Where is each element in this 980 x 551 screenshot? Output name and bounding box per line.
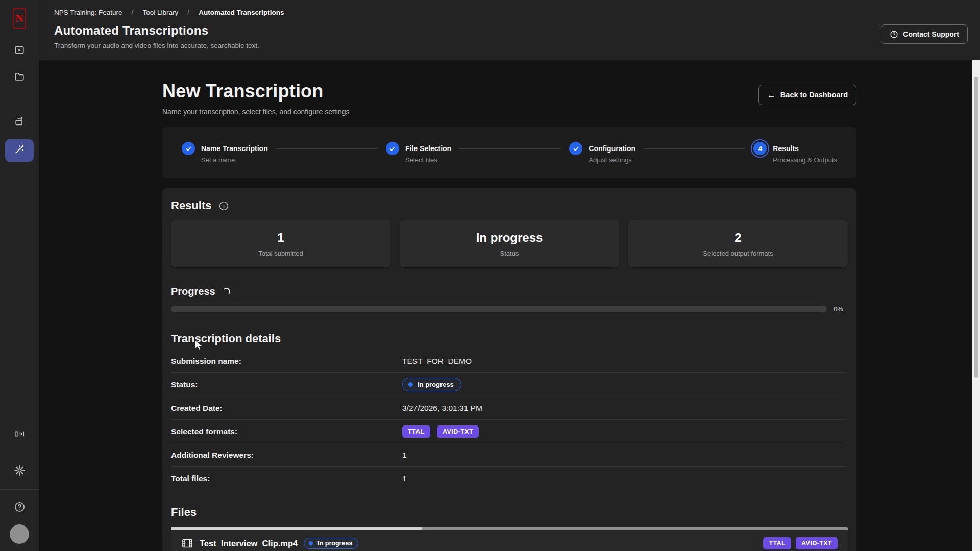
detail-row-total-files: Total files: 1: [171, 467, 848, 490]
back-to-dashboard-button[interactable]: ← Back to Dashboard: [758, 85, 856, 105]
sidebar-item-video[interactable]: [8, 41, 31, 61]
film-icon: [181, 537, 193, 549]
contact-support-button[interactable]: Contact Support: [881, 24, 968, 44]
page-scrollbar[interactable]: [972, 60, 980, 551]
status-badge: In progress: [402, 378, 461, 391]
detail-row-created-date: Created Date: 3/27/2026, 3:01:31 PM: [171, 396, 848, 420]
detail-label: Status:: [171, 380, 402, 389]
detail-label: Submission name:: [171, 357, 402, 366]
results-heading: Results: [171, 199, 211, 212]
sidebar-item-library[interactable]: [8, 68, 31, 87]
sidebar-divider: [0, 489, 39, 490]
status-dot-icon: [309, 541, 313, 545]
step-file-selection[interactable]: File Selection Select files: [386, 142, 451, 164]
step-label: Results: [773, 142, 837, 155]
card-label: Selected output formats: [703, 249, 773, 257]
info-icon[interactable]: [218, 201, 229, 211]
progress-percent: 0%: [834, 305, 848, 313]
contact-support-label: Contact Support: [903, 30, 959, 38]
file-status-text: In progress: [317, 540, 352, 547]
card-status: In progress Status: [400, 220, 619, 267]
file-card: Test_Interview_Clip.mp4 In progress TTAL…: [171, 527, 848, 551]
netflix-logo[interactable]: N: [13, 8, 26, 29]
question-circle-icon: [890, 30, 898, 39]
step-sublabel: Select files: [405, 156, 451, 164]
user-avatar[interactable]: [10, 524, 29, 544]
breadcrumb: NPS Training: Feature / Tool Library / A…: [54, 8, 968, 16]
page-scrollbar-thumb[interactable]: [974, 77, 978, 378]
file-format-badges: TTAL AVID-TXT: [763, 537, 838, 549]
breadcrumb-separator: /: [132, 8, 134, 16]
progress-heading-row: Progress: [171, 286, 848, 297]
breadcrumb-item[interactable]: NPS Training: Feature: [54, 9, 122, 16]
step-label: Name Transcription: [201, 142, 268, 155]
sidebar-settings-button[interactable]: [8, 462, 31, 481]
card-total-submitted: 1 Total submitted: [171, 220, 390, 267]
step-connector: [459, 148, 561, 149]
page-subtitle: Name your transcription, select files, a…: [162, 108, 350, 116]
files-heading: Files: [171, 506, 848, 519]
card-value: 2: [734, 231, 741, 245]
app-root: N: [0, 0, 980, 551]
detail-row-selected-formats: Selected formats: TTAL AVID-TXT: [171, 420, 848, 443]
detail-row-submission-name: Submission name: TEST_FOR_DEMO: [171, 349, 848, 373]
video-icon: [14, 44, 25, 58]
sidebar-item-transcriptions[interactable]: [5, 139, 34, 162]
card-label: Total submitted: [258, 249, 303, 257]
step-label: Configuration: [589, 142, 635, 155]
step-name-transcription[interactable]: Name Transcription Set a name: [182, 142, 268, 164]
page-title: New Transcription: [162, 81, 350, 102]
arrow-left-icon: ←: [767, 91, 776, 99]
files-scrollbar-thumb[interactable]: [171, 527, 422, 530]
status-dot-icon: [408, 382, 413, 387]
detail-value: 3/27/2026, 3:01:31 PM: [402, 404, 848, 413]
sidebar-help-button[interactable]: [8, 498, 31, 517]
step-complete-check-icon: [182, 142, 195, 155]
step-complete-check-icon: [386, 142, 399, 155]
sidebar-collapse-button[interactable]: [8, 425, 31, 444]
main-content: New Transcription Name your transcriptio…: [39, 60, 980, 551]
card-output-formats: 2 Selected output formats: [628, 220, 848, 267]
help-circle-icon: [14, 501, 26, 515]
progress-row: 0%: [171, 305, 848, 313]
detail-value: 1: [402, 450, 848, 460]
breadcrumb-separator: /: [187, 8, 189, 16]
card-value: In progress: [476, 231, 543, 245]
format-badge: AVID-TXT: [437, 425, 479, 438]
detail-label: Created Date:: [171, 404, 402, 413]
step-complete-check-icon: [569, 142, 582, 155]
loading-spinner-icon: [223, 288, 230, 295]
results-panel: Results 1 Total submitted: [162, 188, 856, 551]
status-text: In progress: [418, 381, 454, 388]
file-status-badge: In progress: [304, 538, 358, 549]
back-to-dashboard-label: Back to Dashboard: [780, 91, 848, 99]
progress-heading: Progress: [171, 286, 215, 297]
step-configuration[interactable]: Configuration Adjust settings: [569, 142, 635, 164]
summary-cards: 1 Total submitted In progress Status 2 S…: [171, 220, 848, 267]
content-container: New Transcription Name your transcriptio…: [162, 60, 856, 551]
format-badge: TTAL: [763, 537, 791, 549]
topbar: NPS Training: Feature / Tool Library / A…: [39, 0, 980, 60]
detail-row-additional-reviewers: Additional Reviewers: 1: [171, 443, 848, 467]
archive-arrow-icon: [14, 116, 25, 129]
detail-label: Selected formats:: [171, 427, 402, 436]
right-column: NPS Training: Feature / Tool Library / A…: [39, 0, 980, 551]
sidebar: N: [0, 0, 39, 551]
collapse-panel-icon: [14, 428, 25, 441]
detail-value: 1: [402, 474, 848, 483]
detail-value: TEST_FOR_DEMO: [402, 357, 848, 366]
tool-subtitle: Transform your audio and video files int…: [54, 42, 968, 49]
step-label: File Selection: [405, 142, 451, 155]
breadcrumb-item-current: Automated Transcriptions: [199, 9, 284, 16]
details-table: Submission name: TEST_FOR_DEMO Status: I…: [171, 349, 848, 490]
breadcrumb-item[interactable]: Tool Library: [142, 9, 178, 16]
format-badge: AVID-TXT: [796, 537, 838, 549]
card-value: 1: [277, 231, 284, 245]
step-sublabel: Adjust settings: [589, 156, 635, 164]
page-head: New Transcription Name your transcriptio…: [162, 81, 856, 116]
files-horizontal-scrollbar[interactable]: [171, 527, 848, 530]
sidebar-item-workflows[interactable]: [8, 113, 31, 132]
step-results[interactable]: 4 Results Processing & Outputs: [753, 142, 837, 164]
sidebar-nav: [5, 29, 34, 162]
details-heading: Transcription details: [171, 332, 848, 345]
